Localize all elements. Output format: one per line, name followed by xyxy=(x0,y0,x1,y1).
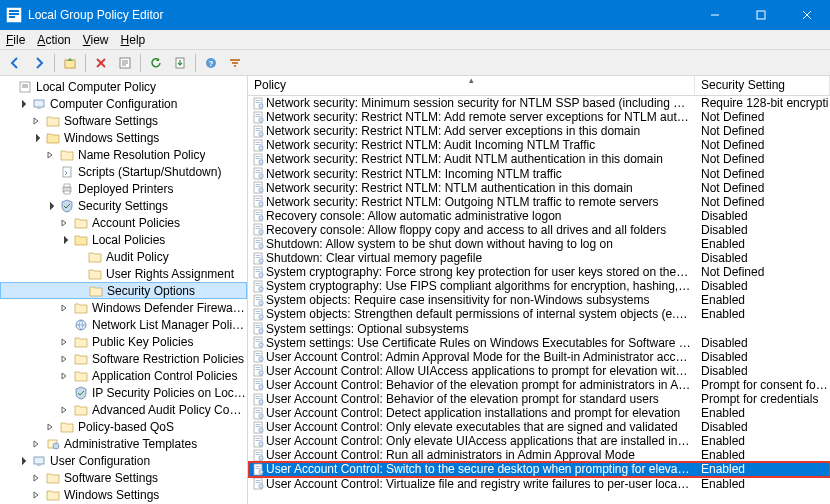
policy-row[interactable]: Network security: Restrict NTLM: Outgoin… xyxy=(248,195,830,209)
up-button[interactable] xyxy=(59,52,81,74)
column-policy[interactable]: Policy ▴ xyxy=(248,76,695,95)
expander-icon[interactable] xyxy=(72,268,84,280)
menu-view[interactable]: View xyxy=(83,33,109,47)
tree-scripts[interactable]: Scripts (Startup/Shutdown) xyxy=(0,163,247,180)
expander-icon[interactable] xyxy=(58,387,70,399)
refresh-button[interactable] xyxy=(145,52,167,74)
expander-icon[interactable] xyxy=(58,319,70,331)
help-button[interactable]: ? xyxy=(200,52,222,74)
expander-icon[interactable] xyxy=(58,234,70,246)
policy-row[interactable]: User Account Control: Only elevate execu… xyxy=(248,420,830,434)
expander-icon[interactable] xyxy=(16,98,28,110)
expander-icon[interactable] xyxy=(44,183,56,195)
delete-button[interactable] xyxy=(90,52,112,74)
policy-row[interactable]: User Account Control: Virtualize file an… xyxy=(248,477,830,491)
properties-button[interactable] xyxy=(114,52,136,74)
policy-row[interactable]: System cryptography: Use FIPS compliant … xyxy=(248,279,830,293)
policy-row[interactable]: System settings: Use Certificate Rules o… xyxy=(248,336,830,350)
policy-row[interactable]: Network security: Restrict NTLM: NTLM au… xyxy=(248,181,830,195)
policy-row[interactable]: User Account Control: Behavior of the el… xyxy=(248,392,830,406)
tree-security-options[interactable]: Security Options xyxy=(0,282,247,299)
tree-node-icon xyxy=(73,402,89,418)
tree-computer-configuration[interactable]: Computer Configuration xyxy=(0,95,247,112)
tree-app-control[interactable]: Application Control Policies xyxy=(0,367,247,384)
tree-root-policy[interactable]: Local Computer Policy xyxy=(0,78,247,95)
policy-row[interactable]: System objects: Require case insensitivi… xyxy=(248,293,830,307)
expander-icon[interactable] xyxy=(44,166,56,178)
policy-row[interactable]: User Account Control: Run all administra… xyxy=(248,448,830,462)
tree-firewall[interactable]: Windows Defender Firewall with Advanced xyxy=(0,299,247,316)
tree-local-policies[interactable]: Local Policies xyxy=(0,231,247,248)
tree-software-restriction[interactable]: Software Restriction Policies xyxy=(0,350,247,367)
menu-file[interactable]: File xyxy=(6,33,25,47)
expander-icon[interactable] xyxy=(44,421,56,433)
tree-name-resolution[interactable]: Name Resolution Policy xyxy=(0,146,247,163)
policy-row[interactable]: Recovery console: Allow automatic admini… xyxy=(248,209,830,223)
tree-account-policies[interactable]: Account Policies xyxy=(0,214,247,231)
policy-row[interactable]: User Account Control: Detect application… xyxy=(248,406,830,420)
filter-button[interactable] xyxy=(224,52,246,74)
tree-cc-templates[interactable]: Administrative Templates xyxy=(0,435,247,452)
tree-deployed-printers[interactable]: Deployed Printers xyxy=(0,180,247,197)
tree-security-settings[interactable]: Security Settings xyxy=(0,197,247,214)
policy-icon xyxy=(248,393,266,406)
list-body[interactable]: Network security: Minimum session securi… xyxy=(248,96,830,504)
expander-icon[interactable] xyxy=(58,217,70,229)
expander-icon[interactable] xyxy=(58,302,70,314)
tree-public-key[interactable]: Public Key Policies xyxy=(0,333,247,350)
tree-cc-windows[interactable]: Windows Settings xyxy=(0,129,247,146)
policy-row[interactable]: System objects: Strengthen default permi… xyxy=(248,307,830,321)
back-button[interactable] xyxy=(4,52,26,74)
policy-row[interactable]: Network security: Restrict NTLM: Incomin… xyxy=(248,166,830,180)
minimize-button[interactable] xyxy=(692,0,738,30)
tree-advanced-audit[interactable]: Advanced Audit Policy Configuration xyxy=(0,401,247,418)
expander-icon[interactable] xyxy=(58,353,70,365)
tree-uc-windows[interactable]: Windows Settings xyxy=(0,486,247,503)
expander-icon[interactable] xyxy=(30,132,42,144)
expander-icon[interactable] xyxy=(58,336,70,348)
expander-icon[interactable] xyxy=(30,115,42,127)
tree-uc-software[interactable]: Software Settings xyxy=(0,469,247,486)
policy-row[interactable]: Network security: Restrict NTLM: Add rem… xyxy=(248,110,830,124)
expander-icon[interactable] xyxy=(44,200,56,212)
policy-row[interactable]: User Account Control: Behavior of the el… xyxy=(248,378,830,392)
column-security-setting[interactable]: Security Setting xyxy=(695,76,830,95)
expander-icon[interactable] xyxy=(44,149,56,161)
close-button[interactable] xyxy=(784,0,830,30)
maximize-button[interactable] xyxy=(738,0,784,30)
policy-row[interactable]: System settings: Optional subsystems xyxy=(248,322,830,336)
expander-icon[interactable] xyxy=(30,438,42,450)
tree-ipsec[interactable]: IP Security Policies on Local Computer xyxy=(0,384,247,401)
tree-audit-policy[interactable]: Audit Policy xyxy=(0,248,247,265)
policy-row[interactable]: User Account Control: Only elevate UIAcc… xyxy=(248,434,830,448)
policy-row[interactable]: Network security: Restrict NTLM: Audit I… xyxy=(248,138,830,152)
expander-icon[interactable] xyxy=(73,285,85,297)
app-icon xyxy=(6,7,22,23)
tree-pane[interactable]: Local Computer PolicyComputer Configurat… xyxy=(0,76,248,504)
export-button[interactable] xyxy=(169,52,191,74)
expander-icon[interactable] xyxy=(58,404,70,416)
policy-row[interactable]: Network security: Restrict NTLM: Audit N… xyxy=(248,152,830,166)
policy-row[interactable]: User Account Control: Admin Approval Mod… xyxy=(248,350,830,364)
policy-row[interactable]: Shutdown: Allow system to be shut down w… xyxy=(248,237,830,251)
tree-cc-software[interactable]: Software Settings xyxy=(0,112,247,129)
policy-row[interactable]: User Account Control: Switch to the secu… xyxy=(248,462,830,476)
tree-user-rights[interactable]: User Rights Assignment xyxy=(0,265,247,282)
tree-qos[interactable]: Policy-based QoS xyxy=(0,418,247,435)
expander-icon[interactable] xyxy=(16,455,28,467)
policy-row[interactable]: Shutdown: Clear virtual memory pagefileD… xyxy=(248,251,830,265)
menu-help[interactable]: Help xyxy=(121,33,146,47)
policy-row[interactable]: Recovery console: Allow floppy copy and … xyxy=(248,223,830,237)
menu-action[interactable]: Action xyxy=(37,33,70,47)
expander-icon[interactable] xyxy=(72,251,84,263)
policy-row[interactable]: System cryptography: Force strong key pr… xyxy=(248,265,830,279)
expander-icon[interactable] xyxy=(30,489,42,501)
policy-row[interactable]: Network security: Minimum session securi… xyxy=(248,96,830,110)
expander-icon[interactable] xyxy=(58,370,70,382)
forward-button[interactable] xyxy=(28,52,50,74)
expander-icon[interactable] xyxy=(30,472,42,484)
tree-user-configuration[interactable]: User Configuration xyxy=(0,452,247,469)
tree-network-list[interactable]: Network List Manager Policies xyxy=(0,316,247,333)
policy-row[interactable]: Network security: Restrict NTLM: Add ser… xyxy=(248,124,830,138)
policy-row[interactable]: User Account Control: Allow UIAccess app… xyxy=(248,364,830,378)
